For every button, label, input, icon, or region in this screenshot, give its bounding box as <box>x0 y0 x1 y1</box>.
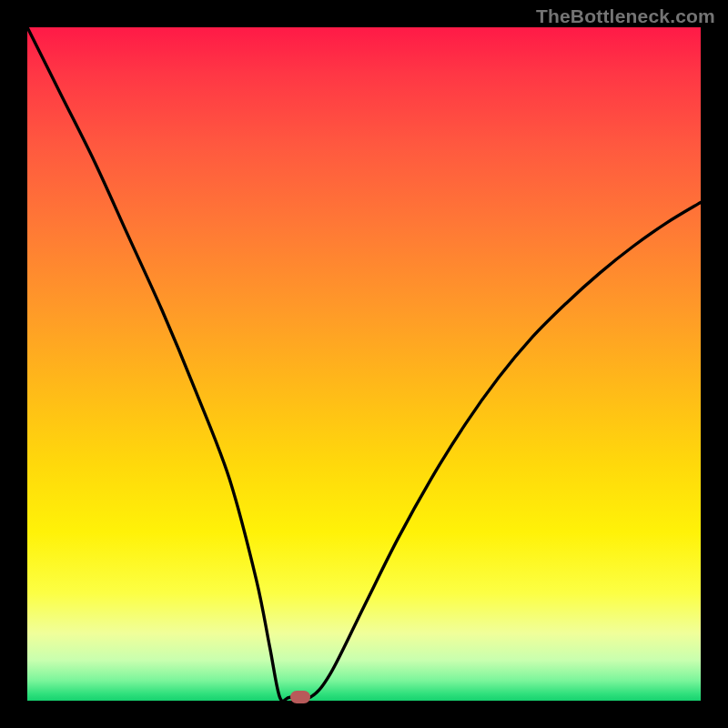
optimum-marker <box>290 691 310 703</box>
chart-frame: TheBottleneck.com <box>0 0 728 728</box>
watermark-text: TheBottleneck.com <box>536 5 715 27</box>
curve-svg <box>27 27 701 701</box>
plot-area <box>27 27 701 701</box>
curve-path <box>27 27 701 701</box>
